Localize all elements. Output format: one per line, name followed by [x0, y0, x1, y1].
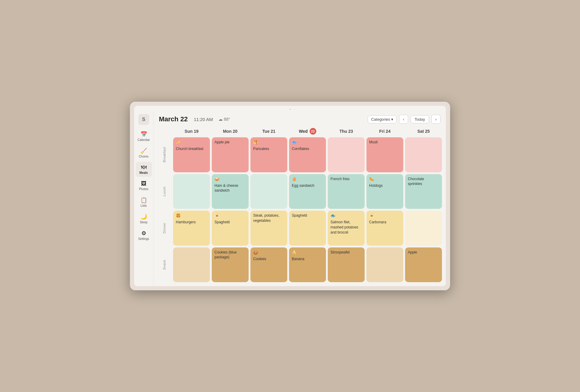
meal-lunch-day-3[interactable]: 🥚 Egg sandwich [289, 174, 326, 209]
day-header-4: Thu 23 [327, 126, 366, 136]
meal-text: Musli [369, 140, 378, 145]
sidebar-label-chores: Chores [139, 155, 148, 158]
row-label-snack: Snack [156, 247, 172, 283]
row-label-text-snack: Snack [163, 260, 166, 270]
meal-icon: 🥪 [214, 177, 246, 182]
day-label-3: Wed [299, 129, 308, 134]
row-label-text-breakfast: Breakfast [163, 147, 166, 162]
meal-dinner-day-0[interactable]: 🍔 Hamburgers [173, 211, 210, 246]
meal-dinner-day-4[interactable]: 🐟 Salmon filet, mashed potatoes and broc… [328, 211, 365, 246]
meal-lunch-day-2[interactable] [250, 174, 287, 209]
day-label-5: Fri 24 [379, 129, 390, 134]
meal-breakfast-day-6[interactable] [405, 137, 442, 172]
sidebar-item-chores[interactable]: 🧹 Chores [136, 145, 152, 161]
meal-dinner-day-5[interactable]: 🍝 Carbonara [366, 211, 403, 246]
chevron-down-icon: ▾ [391, 117, 393, 122]
meal-icon: 🌭 [369, 177, 383, 182]
meal-snack-day-3[interactable]: 🍌 Banana [289, 247, 326, 282]
meal-icon: 🍝 [369, 213, 386, 218]
sidebar-item-settings[interactable]: ⚙ Settings [136, 228, 152, 243]
meal-snack-day-1[interactable]: Cookies (blue package) [212, 247, 249, 282]
meal-breakfast-day-4[interactable] [328, 137, 365, 172]
meal-text: Chocolate sprinkles [408, 177, 439, 187]
meal-text: Stroopwafel [330, 250, 350, 255]
sleep-icon: 🌙 [140, 213, 147, 220]
meal-text: Cookies (blue package) [214, 250, 246, 260]
top-dot: • [134, 106, 446, 111]
day-header-6: Sat 25 [404, 126, 443, 136]
meal-snack-day-0[interactable] [173, 247, 210, 282]
meal-icon: 🍪 [253, 250, 266, 255]
sidebar-label-calendar: Calendar [137, 138, 150, 142]
sidebar-item-photos[interactable]: 🖼 Photos [136, 178, 152, 193]
today-button[interactable]: Today [411, 115, 429, 123]
meal-icon: 🍌 [292, 250, 304, 255]
categories-button[interactable]: Categories ▾ [368, 115, 397, 123]
meal-lunch-day-6[interactable]: Chocolate sprinkles [405, 174, 442, 209]
meal-lunch-day-4[interactable]: French fries [328, 174, 365, 209]
meal-dinner-day-1[interactable]: 🍝 Spaghetti [212, 211, 249, 246]
corner-cell [156, 126, 172, 136]
row-label-breakfast: Breakfast [156, 136, 172, 173]
day-label-4: Thu 23 [339, 129, 353, 134]
sidebar: S 📅 Calendar 🧹 Chores 🍽 Meals 🖼 Photos 📋… [134, 111, 153, 286]
meal-snack-day-2[interactable]: 🍪 Cookies [250, 247, 287, 282]
day-header-2: Tue 21 [250, 126, 288, 136]
meal-icon: 🐟 [330, 213, 362, 218]
meal-text: Cookies [253, 257, 266, 262]
day-header-0: Sun 19 [172, 126, 211, 136]
header: March 22 11:20 AM ☁ 88° Categories ▾ ‹ T… [153, 111, 446, 126]
settings-icon: ⚙ [141, 230, 146, 237]
calendar-grid: Sun 19Mon 20Tue 21Wed22Thu 23Fri 24Sat 2… [153, 126, 446, 286]
row-label-text-dinner: Dinner [163, 223, 166, 233]
weather-icon: ☁ [218, 117, 223, 122]
meal-breakfast-day-3[interactable]: 🥣 Cornflakes [289, 137, 326, 172]
meal-snack-day-4[interactable]: Stroopwafel [328, 247, 365, 282]
sidebar-item-lists[interactable]: 📋 Lists [136, 194, 152, 210]
meal-breakfast-day-0[interactable]: ✨ Church breakfast [173, 137, 210, 172]
day-label-0: Sun 19 [185, 129, 198, 134]
main-content: March 22 11:20 AM ☁ 88° Categories ▾ ‹ T… [153, 111, 446, 286]
meal-snack-day-5[interactable] [366, 247, 403, 282]
row-label-text-lunch: Lunch [163, 186, 166, 196]
meal-breakfast-day-5[interactable]: Musli [366, 137, 403, 172]
sidebar-item-calendar[interactable]: 📅 Calendar [136, 129, 152, 144]
header-weather: ☁ 88° [218, 117, 230, 122]
meal-lunch-day-0[interactable] [173, 174, 210, 209]
day-header-3: Wed22 [288, 126, 327, 136]
categories-label: Categories [371, 117, 390, 122]
day-label-6: Sat 25 [417, 129, 430, 134]
meal-dinner-day-3[interactable]: Spaghetti [289, 211, 326, 246]
meal-icon: 🥚 [292, 177, 314, 182]
meal-text: Spaghetti [292, 213, 307, 218]
meal-text: Banana [292, 257, 304, 262]
meal-breakfast-day-1[interactable]: Apple pie [212, 137, 249, 172]
screen-inner: • S 📅 Calendar 🧹 Chores 🍽 Meals 🖼 Photos… [134, 106, 446, 286]
meal-lunch-day-5[interactable]: 🌭 Hotdogs [366, 174, 403, 209]
next-button[interactable]: › [431, 115, 440, 124]
header-controls: Categories ▾ ‹ Today › [368, 115, 440, 124]
meal-dinner-day-2[interactable]: Steak, potatoes, vegetables [250, 211, 287, 246]
sidebar-item-sleep[interactable]: 🌙 Sleep [136, 211, 152, 226]
meal-text: Apple pie [214, 140, 230, 145]
photos-icon: 🖼 [141, 180, 147, 187]
day-label-2: Tue 21 [262, 129, 275, 134]
meal-icon: 🍝 [214, 213, 230, 218]
meal-text: Salmon filet, mashed potatoes and brocol… [330, 220, 362, 235]
sidebar-item-meals[interactable]: 🍽 Meals [136, 162, 152, 177]
today-badge: 22 [310, 128, 316, 135]
meal-breakfast-day-2[interactable]: 🥞 Pancakes [250, 137, 287, 172]
meal-text: Pancakes [253, 146, 269, 151]
day-label-1: Mon 20 [223, 129, 237, 134]
meal-text: Ham & cheese sandwich [214, 183, 246, 193]
prev-button[interactable]: ‹ [399, 115, 408, 124]
meal-lunch-day-1[interactable]: 🥪 Ham & cheese sandwich [212, 174, 249, 209]
temperature: 88° [224, 117, 230, 122]
meal-text: Apple [408, 250, 417, 255]
header-time: 11:20 AM [194, 117, 213, 122]
meal-text: Egg sandwich [292, 183, 314, 188]
meal-snack-day-6[interactable]: Apple [405, 247, 442, 282]
meal-dinner-day-6[interactable] [405, 211, 442, 246]
sidebar-label-meals: Meals [140, 171, 148, 174]
sidebar-label-settings: Settings [138, 237, 149, 241]
